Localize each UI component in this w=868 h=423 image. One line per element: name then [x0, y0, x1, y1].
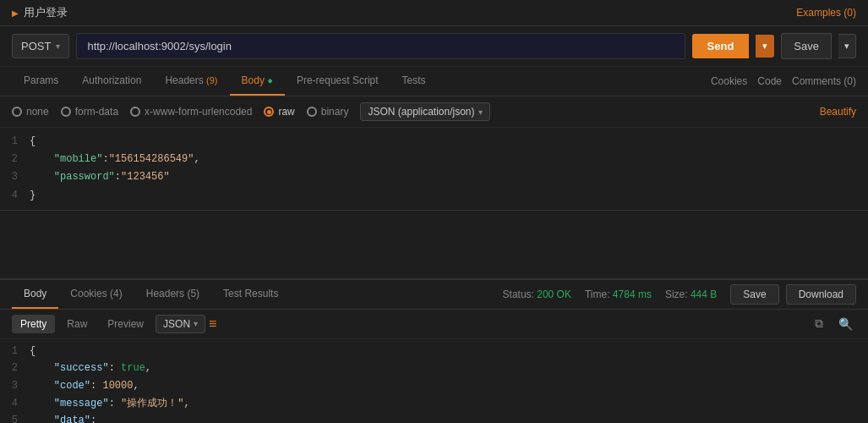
code-line-2: 2 "mobile":"156154286549", — [0, 151, 868, 168]
resp-line-5: 5 "data": "eyJhbGciOiJIUzI1NiJ9.eyJqdGki… — [0, 412, 868, 423]
comments-link[interactable]: Comments (0) — [792, 75, 856, 87]
radio-form-data[interactable]: form-data — [61, 106, 118, 118]
body-dot: ● — [267, 75, 273, 85]
fmt-raw[interactable]: Raw — [58, 315, 96, 333]
format-chevron-icon: ▾ — [478, 107, 483, 117]
code-line-3: 3 "password":"123456" — [0, 168, 868, 186]
save-button[interactable]: Save — [781, 33, 832, 59]
resp-json-label: JSON — [163, 318, 190, 330]
status-label: Status: — [503, 288, 538, 300]
response-status: Status: 200 OK Time: 4784 ms Size: 444 B… — [503, 284, 856, 305]
radio-urlencoded-dot — [130, 107, 140, 117]
cookies-link[interactable]: Cookies — [711, 75, 747, 87]
fmt-preview[interactable]: Preview — [99, 315, 152, 333]
search-icon[interactable]: 🔍 — [835, 316, 856, 332]
method-chevron-icon: ▾ — [56, 41, 60, 51]
size-value: 444 B — [691, 288, 717, 300]
response-tabs-left: Body Cookies (4) Headers (5) Test Result… — [12, 280, 290, 309]
body-options: none form-data x-www-form-urlencoded raw… — [0, 96, 868, 128]
radio-raw[interactable]: raw — [264, 106, 294, 118]
code-link[interactable]: Code — [757, 75, 782, 87]
fmt-pretty[interactable]: Pretty — [12, 315, 55, 333]
headers-badge: (9) — [206, 75, 217, 85]
body-options-left: none form-data x-www-form-urlencoded raw… — [12, 102, 490, 121]
resp-download-button[interactable]: Download — [786, 284, 856, 305]
top-bar: ▶ 用户登录 Examples (0) — [0, 0, 868, 26]
format-label: JSON (application/json) — [368, 106, 474, 118]
response-tabs: Body Cookies (4) Headers (5) Test Result… — [0, 278, 868, 310]
arrow-icon: ▶ — [12, 8, 19, 18]
time-label: Time: — [585, 288, 613, 300]
resp-line-3: 3 "code": 10000, — [0, 377, 868, 395]
time-value: 4784 ms — [613, 288, 652, 300]
tab-params[interactable]: Params — [12, 67, 70, 96]
status-value: 200 OK — [537, 288, 571, 300]
resp-tab-headers[interactable]: Headers (5) — [134, 280, 211, 309]
method-label: POST — [21, 40, 51, 52]
resp-tab-cookies[interactable]: Cookies (4) — [58, 280, 134, 309]
response-body: 1 { 2 "success": true, 3 "code": 10000, … — [0, 339, 868, 423]
radio-raw-dot — [264, 107, 274, 117]
url-bar: POST ▾ Send ▾ Save ▾ — [0, 26, 868, 67]
send-chevron-button[interactable]: ▾ — [756, 35, 774, 58]
none-label: none — [26, 106, 49, 118]
examples-link[interactable]: Examples (0) — [796, 7, 856, 19]
raw-label: raw — [278, 106, 294, 118]
radio-urlencoded[interactable]: x-www-form-urlencoded — [130, 106, 252, 118]
radio-binary-dot — [307, 107, 317, 117]
response-format-row: Pretty Raw Preview JSON ▾ ≡ ⧉ 🔍 — [0, 310, 868, 339]
request-body-editor[interactable]: 1 { 2 "mobile":"156154286549", 3 "passwo… — [0, 128, 868, 211]
resp-tab-test-results[interactable]: Test Results — [211, 280, 290, 309]
format-select[interactable]: JSON (application/json) ▾ — [360, 102, 489, 121]
copy-icon[interactable]: ⧉ — [811, 315, 827, 332]
radio-binary[interactable]: binary — [307, 106, 349, 118]
radio-none-dot — [12, 107, 22, 117]
tab-body[interactable]: Body ● — [230, 67, 285, 96]
collection-title: 用户登录 — [24, 5, 68, 20]
binary-label: binary — [321, 106, 349, 118]
size-label: Size: — [665, 288, 691, 300]
url-input[interactable] — [76, 33, 685, 59]
tab-tests[interactable]: Tests — [390, 67, 438, 96]
resp-line-1: 1 { — [0, 343, 868, 360]
resp-format-left: Pretty Raw Preview JSON ▾ ≡ — [12, 315, 216, 333]
request-tabs-right: Cookies Code Comments (0) — [711, 75, 856, 87]
send-button[interactable]: Send — [692, 34, 750, 58]
resp-save-button[interactable]: Save — [730, 284, 778, 305]
tab-pre-request[interactable]: Pre-request Script — [285, 67, 390, 96]
tab-headers[interactable]: Headers (9) — [153, 67, 229, 96]
method-select[interactable]: POST ▾ — [12, 34, 69, 58]
radio-none[interactable]: none — [12, 106, 49, 118]
resp-json-arrow-icon: ▾ — [194, 319, 198, 328]
resp-format-right: ⧉ 🔍 — [811, 315, 856, 332]
response-actions: Save Download — [730, 284, 856, 305]
code-line-4: 4 } — [0, 187, 868, 205]
resp-line-2: 2 "success": true, — [0, 360, 868, 377]
beautify-button[interactable]: Beautify — [820, 106, 856, 118]
filter-icon[interactable]: ≡ — [209, 316, 216, 332]
resp-json-select[interactable]: JSON ▾ — [156, 315, 205, 333]
request-tabs: Params Authorization Headers (9) Body ● … — [0, 67, 868, 96]
resp-tab-body[interactable]: Body — [12, 280, 58, 309]
resp-line-4: 4 "message": "操作成功！", — [0, 395, 868, 413]
tab-authorization[interactable]: Authorization — [70, 67, 153, 96]
save-chevron-button[interactable]: ▾ — [838, 34, 856, 58]
editor-empty-space — [0, 211, 868, 278]
breadcrumb: ▶ 用户登录 — [12, 5, 68, 20]
code-line-1: 1 { — [0, 133, 868, 151]
radio-form-data-dot — [61, 107, 71, 117]
form-data-label: form-data — [75, 106, 118, 118]
request-tabs-left: Params Authorization Headers (9) Body ● … — [12, 67, 438, 96]
urlencoded-label: x-www-form-urlencoded — [145, 106, 252, 118]
